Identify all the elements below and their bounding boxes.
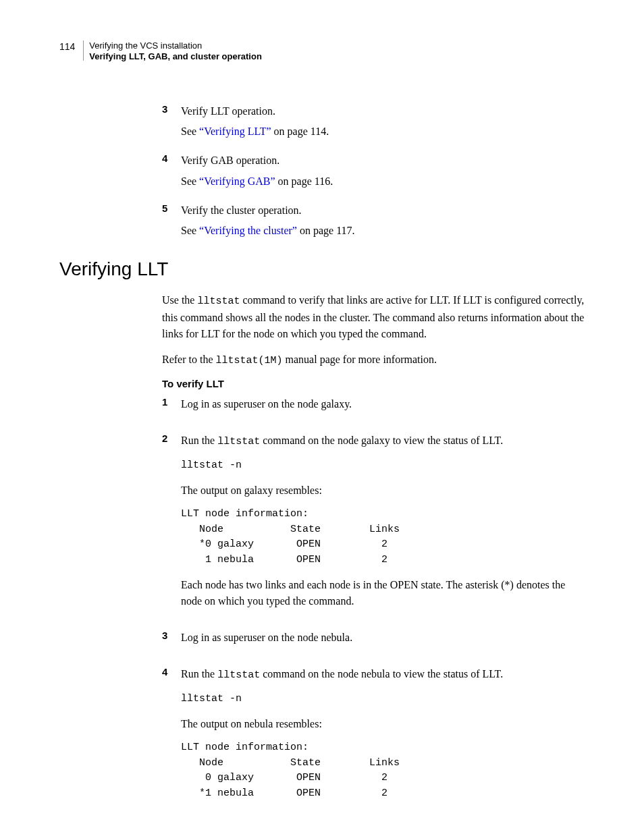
header-section: Verifying LLT, GAB, and cluster operatio… (89, 51, 261, 62)
step-number: 3 (162, 630, 181, 654)
step-number: 3 (162, 103, 181, 141)
step-text: The output on galaxy resembles: (181, 482, 585, 499)
step-body: Verify the cluster operation.See “Verify… (181, 202, 355, 240)
step-body: Verify LLT operation.See “Verifying LLT”… (181, 103, 329, 141)
step-text-mixed: Run the lltstat command on the node gala… (181, 433, 585, 450)
see-link[interactable]: “Verifying the cluster” (199, 225, 297, 236)
procedure-step: 3Log in as superuser on the node nebula. (162, 630, 585, 654)
top-step: 4Verify GAB operation.See “Verifying GAB… (162, 153, 585, 190)
procedure-step: 4Run the lltstat command on the node neb… (162, 666, 585, 810)
procedure-step: 1Log in as superuser on the node galaxy. (162, 396, 585, 420)
see-link[interactable]: “Verifying GAB” (199, 175, 275, 187)
see-suffix: on page 117. (297, 225, 355, 236)
section-body: Use the lltstat command to verify that l… (162, 292, 585, 810)
step-text: Verify the cluster operation. (181, 202, 355, 219)
top-step: 5Verify the cluster operation.See “Verif… (162, 202, 585, 240)
step-number: 2 (162, 433, 181, 617)
step-text: The output on nebula resembles: (181, 716, 503, 732)
step-text: Verify GAB operation. (181, 153, 333, 169)
intro-p2-b: manual page for more information. (283, 354, 437, 365)
see-prefix: See (181, 225, 199, 236)
step-number: 1 (162, 396, 181, 420)
see-suffix: on page 116. (275, 175, 333, 187)
see-prefix: See (181, 175, 199, 187)
text-suffix: command on the node nebula to view the s… (260, 668, 503, 680)
intro-p1-code: lltstat (197, 296, 240, 307)
see-suffix: on page 114. (271, 126, 329, 137)
intro-p1-a: Use the (162, 294, 197, 306)
step-text: Each node has two links and each node is… (181, 577, 585, 609)
top-step: 3Verify LLT operation.See “Verifying LLT… (162, 103, 585, 141)
step-see: See “Verifying LLT” on page 114. (181, 123, 329, 140)
intro-p2-code: lltstat(1M) (216, 355, 283, 366)
step-body: Run the lltstat command on the node nebu… (181, 666, 503, 810)
intro-p2-a: Refer to the (162, 354, 216, 365)
step-text: Verify LLT operation. (181, 103, 329, 120)
section-heading: Verifying LLT (59, 258, 585, 280)
step-see: See “Verifying the cluster” on page 117. (181, 223, 355, 240)
text-prefix: Run the (181, 668, 217, 680)
content-top-steps: 3Verify LLT operation.See “Verifying LLT… (162, 103, 585, 240)
step-body: Log in as superuser on the node nebula. (181, 630, 352, 654)
step-see: See “Verifying GAB” on page 116. (181, 173, 333, 190)
step-number: 4 (162, 666, 181, 810)
step-number: 4 (162, 153, 181, 190)
procedure-step: 2Run the lltstat command on the node gal… (162, 433, 585, 617)
code-block: LLT node information: Node State Links 0… (181, 740, 503, 801)
step-number: 5 (162, 202, 181, 240)
see-prefix: See (181, 126, 199, 137)
intro-paragraph-2: Refer to the lltstat(1M) manual page for… (162, 352, 585, 369)
header-chapter: Verifying the VCS installation (89, 40, 261, 51)
page-number: 114 (59, 40, 75, 52)
step-body: Verify GAB operation.See “Verifying GAB”… (181, 153, 333, 190)
steps-container: 1Log in as superuser on the node galaxy.… (162, 396, 585, 810)
header-divider (83, 40, 84, 61)
inline-code: lltstat (217, 436, 260, 447)
see-link[interactable]: “Verifying LLT” (199, 126, 271, 137)
text-prefix: Run the (181, 435, 217, 446)
step-body: Run the lltstat command on the node gala… (181, 433, 585, 617)
code-block: LLT node information: Node State Links *… (181, 507, 585, 568)
step-text: Log in as superuser on the node galaxy. (181, 396, 352, 412)
code-block: lltstat -n (181, 692, 503, 707)
step-body: Log in as superuser on the node galaxy. (181, 396, 352, 420)
sub-heading: To verify LLT (162, 378, 585, 389)
page-header: 114 Verifying the VCS installation Verif… (59, 40, 585, 63)
step-text-mixed: Run the lltstat command on the node nebu… (181, 666, 503, 684)
intro-paragraph-1: Use the lltstat command to verify that l… (162, 292, 585, 342)
code-block: lltstat -n (181, 458, 585, 474)
step-text: Log in as superuser on the node nebula. (181, 630, 352, 646)
text-suffix: command on the node galaxy to view the s… (260, 435, 503, 446)
header-text: Verifying the VCS installation Verifying… (89, 40, 261, 63)
inline-code: lltstat (217, 669, 260, 681)
